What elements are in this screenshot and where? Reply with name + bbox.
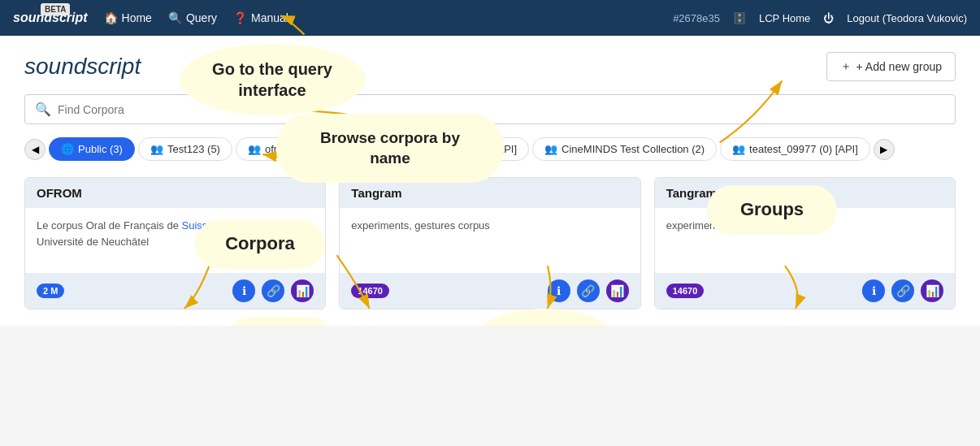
corpus-card-tangram: Tangram experiments, gestures corpus 146… xyxy=(339,177,640,310)
query-button-ofrom[interactable]: 📊 xyxy=(291,279,314,302)
link-button-ofrom[interactable]: 🔗 xyxy=(262,279,284,302)
site-logo: soundscript xyxy=(24,54,141,80)
search-icon: 🔍 xyxy=(168,11,182,24)
nav-query[interactable]: 🔍 Query xyxy=(168,11,217,24)
nav-manual[interactable]: ❓ Manual xyxy=(233,11,288,24)
callout-query: Query xyxy=(228,317,333,326)
help-icon: ❓ xyxy=(233,11,247,24)
page-wrapper: BETA soundscript 🏠 Home 🔍 Query ❓ Manual… xyxy=(0,0,980,326)
users-icon: 👥 xyxy=(150,143,163,155)
add-new-group-button[interactable]: ＋ + Add new group xyxy=(826,52,956,81)
info-button-tangram[interactable]: ℹ xyxy=(548,279,570,302)
info-button-tangram-v4[interactable]: ℹ xyxy=(862,279,885,302)
plus-icon: ＋ xyxy=(840,59,852,74)
card-header-ofrom: OFROM xyxy=(25,178,325,208)
card-body-tangram: experiments, gestures corpus xyxy=(340,208,640,273)
tab-test123[interactable]: 👥 Test123 (5) xyxy=(138,137,232,161)
callout-groups: Groups xyxy=(707,185,837,235)
card-actions-tangram: ℹ 🔗 📊 xyxy=(548,279,629,302)
query-button-tangram-v4[interactable]: 📊 xyxy=(921,279,943,302)
main-container: soundscript ＋ + Add new group 🔍 ◀ 🌐 Publ… xyxy=(0,36,980,326)
tab-cineminds[interactable]: 👥 CineMINDS Test Collection (2) xyxy=(532,137,717,161)
search-input[interactable] xyxy=(58,103,945,116)
search-icon: 🔍 xyxy=(35,102,51,117)
navbar: BETA soundscript 🏠 Home 🔍 Query ❓ Manual… xyxy=(0,0,980,36)
card-actions-tangram-v4: ℹ 🔗 📊 xyxy=(862,279,943,302)
card-actions-ofrom: ℹ 🔗 📊 xyxy=(232,279,314,302)
home-icon: 🏠 xyxy=(104,11,118,24)
top-row: soundscript ＋ + Add new group xyxy=(24,52,956,81)
power-icon: ⏻ xyxy=(823,12,834,24)
callout-corpora: Corpora xyxy=(195,219,325,269)
users-icon-5: 👥 xyxy=(732,143,745,155)
tab-teatest[interactable]: 👥 teatest_09977 (0) [API] xyxy=(720,137,870,161)
tabs-next-arrow[interactable]: ▶ xyxy=(874,139,895,160)
info-button-ofrom[interactable]: ℹ xyxy=(232,279,255,302)
link-button-tangram[interactable]: 🔗 xyxy=(577,279,600,302)
nav-links: 🏠 Home 🔍 Query ❓ Manual xyxy=(104,11,674,24)
users-icon-2: 👥 xyxy=(248,143,261,155)
callout-browse-corpora: Browse corpora by name xyxy=(276,114,504,183)
size-badge-ofrom: 2 M xyxy=(37,284,64,298)
card-footer-tangram: 14670 ℹ 🔗 📊 xyxy=(340,273,640,309)
callout-query-interface: Go to the query interface xyxy=(179,44,366,115)
users-icon-4: 👥 xyxy=(544,143,557,155)
card-footer-ofrom: 2 M ℹ 🔗 📊 xyxy=(25,273,325,309)
logout-link[interactable]: Logout (Teodora Vukovic) xyxy=(847,12,967,24)
size-badge-tangram-v4: 14670 xyxy=(666,284,705,298)
size-badge-tangram: 14670 xyxy=(351,284,389,298)
tabs-prev-arrow[interactable]: ◀ xyxy=(24,139,46,160)
server-icon: 🗄️ xyxy=(733,12,746,24)
nav-home[interactable]: 🏠 Home xyxy=(104,11,152,24)
hash-id: #2678e35 xyxy=(673,12,720,24)
query-button-tangram[interactable]: 📊 xyxy=(606,279,629,302)
link-button-tangram-v4[interactable]: 🔗 xyxy=(891,279,914,302)
lcp-home-link[interactable]: LCP Home xyxy=(759,12,810,24)
globe-icon: 🌐 xyxy=(61,143,74,155)
beta-badge: BETA xyxy=(41,3,70,15)
tab-public[interactable]: 🌐 Public (3) xyxy=(49,137,135,161)
card-footer-tangram-v4: 14670 ℹ 🔗 📊 xyxy=(655,273,955,309)
nav-right: #2678e35 🗄️ LCP Home ⏻ Logout (Teodora V… xyxy=(673,12,967,24)
